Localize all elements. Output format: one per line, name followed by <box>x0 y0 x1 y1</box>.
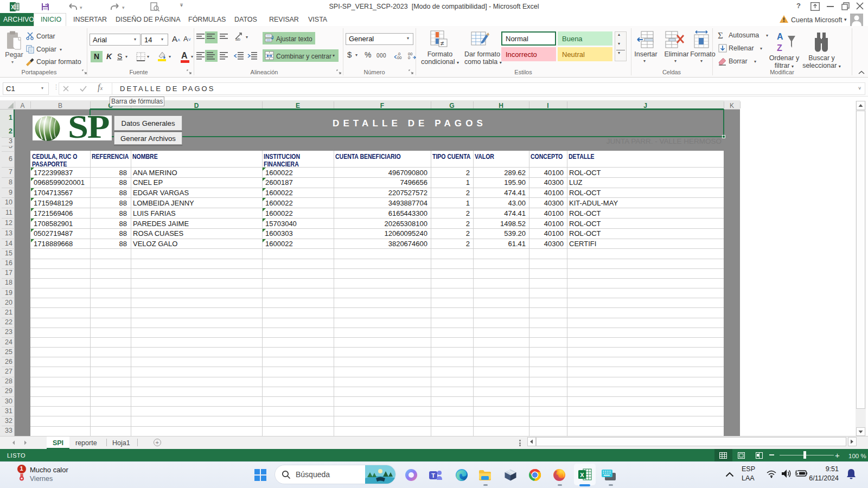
svg-text:00: 00 <box>397 55 401 60</box>
svg-text:X: X <box>580 472 584 478</box>
svg-text:≠: ≠ <box>441 40 444 47</box>
svg-text:0: 0 <box>408 55 410 60</box>
svg-text:ab: ab <box>235 37 240 41</box>
svg-text:A: A <box>777 32 783 41</box>
svg-text:T: T <box>431 472 435 479</box>
svg-text:Z: Z <box>777 43 782 53</box>
